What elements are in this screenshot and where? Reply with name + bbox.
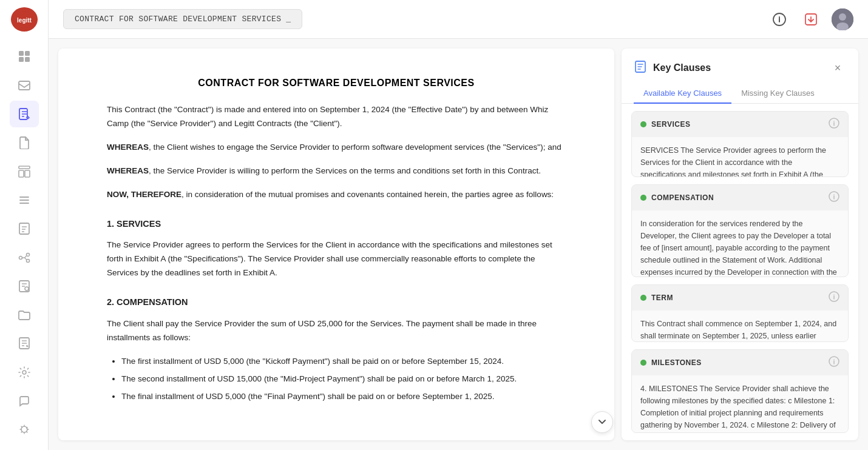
svg-point-14 <box>26 259 29 262</box>
svg-rect-2 <box>19 51 24 56</box>
clause-header-milestones: MILESTONES <box>632 350 848 375</box>
svg-rect-6 <box>19 81 30 90</box>
svg-point-13 <box>26 253 29 256</box>
clause-title-milestones: MILESTONES <box>651 358 702 367</box>
payment-item-2: The second installment of USD 15,000 (th… <box>121 372 566 386</box>
section1-body: The Service Provider agrees to perform t… <box>107 238 566 280</box>
document-main-title: CONTRACT FOR SOFTWARE DEVELOPMENT SERVIC… <box>107 78 566 89</box>
user-avatar[interactable] <box>832 8 853 30</box>
clause-header-term: TERM <box>632 285 848 311</box>
svg-rect-10 <box>25 170 30 177</box>
svg-point-27 <box>833 121 835 122</box>
clauses-list: SERVICES SERVICES The Service Provider a… <box>622 104 858 440</box>
document-title[interactable]: CONTRACT FOR SOFTWARE DEVELOPMENT SERVIC… <box>63 9 302 29</box>
clause-title-row-compensation: COMPENSATION <box>640 193 714 202</box>
clause-info-icon-compensation[interactable] <box>829 191 839 204</box>
sidebar-item-contracts[interactable] <box>10 101 39 127</box>
document-panel: CONTRACT FOR SOFTWARE DEVELOPMENT SERVIC… <box>58 49 614 440</box>
info-button[interactable] <box>768 8 790 30</box>
clause-card-term: TERM This Contract shall commence on Sep… <box>631 284 849 341</box>
svg-point-31 <box>833 294 835 295</box>
clause-info-icon-term[interactable] <box>829 291 839 304</box>
clause-dot-term <box>640 295 646 301</box>
clause-title-row-term: TERM <box>640 294 673 302</box>
payment-item-3: The final installment of USD 5,000 (the … <box>121 390 566 404</box>
section2-title: 2. COMPENSATION <box>107 295 566 310</box>
clause-card-milestones: MILESTONES 4. MILESTONES The Service Pro… <box>631 349 849 433</box>
sidebar-item-inbox[interactable] <box>10 72 39 98</box>
document-now-therefore: NOW, THEREFORE, in consideration of the … <box>107 188 566 202</box>
svg-point-33 <box>833 359 835 360</box>
sidebar-item-reports[interactable] <box>10 216 39 242</box>
document-intro: This Contract (the "Contract") is made a… <box>107 103 566 131</box>
svg-rect-9 <box>19 170 24 177</box>
topbar: CONTRACT FOR SOFTWARE DEVELOPMENT SERVIC… <box>49 0 868 39</box>
svg-point-23 <box>839 13 846 21</box>
svg-point-18 <box>22 371 26 374</box>
clauses-title-text: Key Clauses <box>653 62 711 73</box>
payment-list: The first installment of USD 5,000 (the … <box>121 355 566 404</box>
svg-point-16 <box>25 287 29 290</box>
clause-title-row-milestones: MILESTONES <box>640 358 702 367</box>
sidebar-item-audit[interactable] <box>10 273 39 299</box>
tab-missing-clauses[interactable]: Missing Key Clauses <box>731 84 824 104</box>
svg-rect-5 <box>25 57 30 62</box>
clauses-title: Key Clauses <box>634 60 711 76</box>
svg-point-12 <box>19 256 22 259</box>
clause-title-row-services: SERVICES <box>640 120 690 129</box>
logo[interactable]: legitt <box>11 7 38 32</box>
content-area: CONTRACT FOR SOFTWARE DEVELOPMENT SERVIC… <box>49 39 868 450</box>
sidebar: legitt <box>0 0 49 450</box>
sidebar-item-ai[interactable] <box>10 417 39 443</box>
topbar-actions <box>768 8 853 30</box>
clause-body-milestones: 4. MILESTONES The Service Provider shall… <box>632 375 848 433</box>
clause-body-compensation: In consideration for the services render… <box>632 210 848 277</box>
section1-title: 1. SERVICES <box>107 217 566 232</box>
clause-body-term: This Contract shall commence on Septembe… <box>632 311 848 341</box>
clauses-title-icon <box>634 60 647 76</box>
svg-text:legitt: legitt <box>17 17 32 24</box>
sidebar-item-documents[interactable] <box>10 130 39 156</box>
main-area: CONTRACT FOR SOFTWARE DEVELOPMENT SERVIC… <box>49 0 868 450</box>
sidebar-item-dashboard[interactable] <box>10 44 39 70</box>
clause-title-term: TERM <box>651 294 673 302</box>
document-whereas2: WHEREAS, the Service Provider is willing… <box>107 164 566 178</box>
sidebar-item-settings[interactable] <box>10 359 39 385</box>
svg-point-29 <box>833 194 835 195</box>
clause-dot-compensation <box>640 195 646 201</box>
clause-title-services: SERVICES <box>651 120 690 129</box>
sidebar-item-integrations[interactable] <box>10 244 39 270</box>
sidebar-item-files[interactable] <box>10 302 39 328</box>
clause-card-services: SERVICES SERVICES The Service Provider a… <box>631 111 849 177</box>
document-whereas1: WHEREAS, the Client wishes to engage the… <box>107 141 566 155</box>
clause-header-compensation: COMPENSATION <box>632 185 848 210</box>
clause-body-services: SERVICES The Service Provider agrees to … <box>632 137 848 177</box>
clause-dot-milestones <box>640 360 646 366</box>
payment-item-1: The first installment of USD 5,000 (the … <box>121 355 566 369</box>
download-button[interactable] <box>800 8 822 30</box>
clauses-panel: Key Clauses × Available Key Clauses Miss… <box>622 49 858 440</box>
sidebar-item-tasks[interactable] <box>10 187 39 213</box>
svg-rect-3 <box>25 51 30 56</box>
scroll-down-button[interactable] <box>591 411 613 433</box>
svg-rect-4 <box>19 57 24 62</box>
clause-title-compensation: COMPENSATION <box>651 193 714 202</box>
clauses-tabs: Available Key Clauses Missing Key Clause… <box>622 76 858 104</box>
svg-rect-11 <box>19 223 29 234</box>
sidebar-item-templates[interactable] <box>10 158 39 184</box>
clause-dot-services <box>640 121 646 127</box>
clauses-close-button[interactable]: × <box>829 59 846 76</box>
sidebar-item-support[interactable] <box>10 388 39 414</box>
tab-available-clauses[interactable]: Available Key Clauses <box>634 84 731 104</box>
svg-rect-8 <box>19 166 30 169</box>
clauses-header: Key Clauses × <box>622 49 858 76</box>
clause-info-icon-services[interactable] <box>829 118 839 131</box>
clause-header-services: SERVICES <box>632 112 848 137</box>
section2-body: The Client shall pay the Service Provide… <box>107 317 566 345</box>
sidebar-item-notes[interactable] <box>10 331 39 357</box>
clause-info-icon-milestones[interactable] <box>829 356 839 369</box>
clause-card-compensation: COMPENSATION In consideration for the se… <box>631 184 849 277</box>
